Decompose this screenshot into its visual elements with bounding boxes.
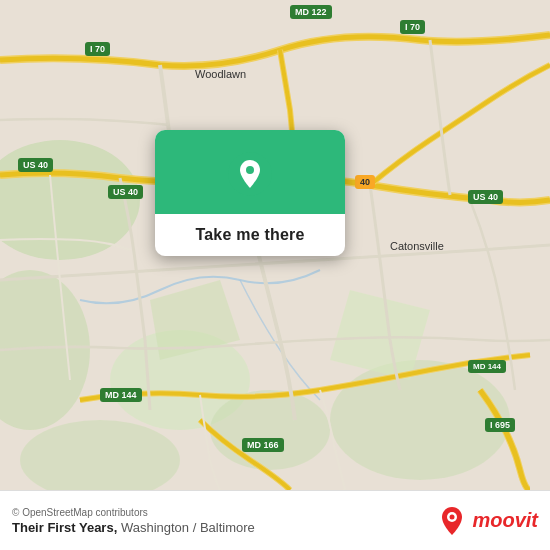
md166-badge: MD 166: [242, 438, 284, 452]
md144-right-badge: MD 144: [468, 360, 506, 373]
md144-badge: MD 144: [100, 388, 142, 402]
app-location: Washington / Baltimore: [121, 520, 255, 535]
copyright-text: © OpenStreetMap contributors: [12, 507, 255, 518]
map-background: Woodlawn Catonsville I 70 I 70 US 40 US …: [0, 0, 550, 490]
bottom-info: © OpenStreetMap contributors Their First…: [12, 507, 255, 535]
i70-badge-left: I 70: [85, 42, 110, 56]
md122-badge: MD 122: [290, 5, 332, 19]
app-title: Their First Years, Washington / Baltimor…: [12, 520, 255, 535]
i695-badge: I 695: [485, 418, 515, 432]
location-popup[interactable]: Take me there: [155, 130, 345, 256]
svg-point-12: [450, 514, 455, 519]
popup-body[interactable]: Take me there: [155, 214, 345, 256]
bottom-bar: © OpenStreetMap contributors Their First…: [0, 490, 550, 550]
take-me-there-label[interactable]: Take me there: [195, 226, 304, 243]
svg-point-3: [330, 360, 510, 480]
us40-badge-mid: US 40: [108, 185, 143, 199]
moovit-text: moovit: [472, 509, 538, 532]
popup-header: [155, 130, 345, 214]
badge-40: 40: [355, 175, 375, 189]
us40-badge-left: US 40: [18, 158, 53, 172]
svg-point-5: [210, 390, 330, 470]
location-pin-icon: [228, 152, 272, 196]
svg-point-10: [246, 166, 254, 174]
i70-badge-right: I 70: [400, 20, 425, 34]
us40-badge-right: US 40: [468, 190, 503, 204]
moovit-logo: moovit: [436, 505, 538, 537]
moovit-pin-icon: [436, 505, 468, 537]
